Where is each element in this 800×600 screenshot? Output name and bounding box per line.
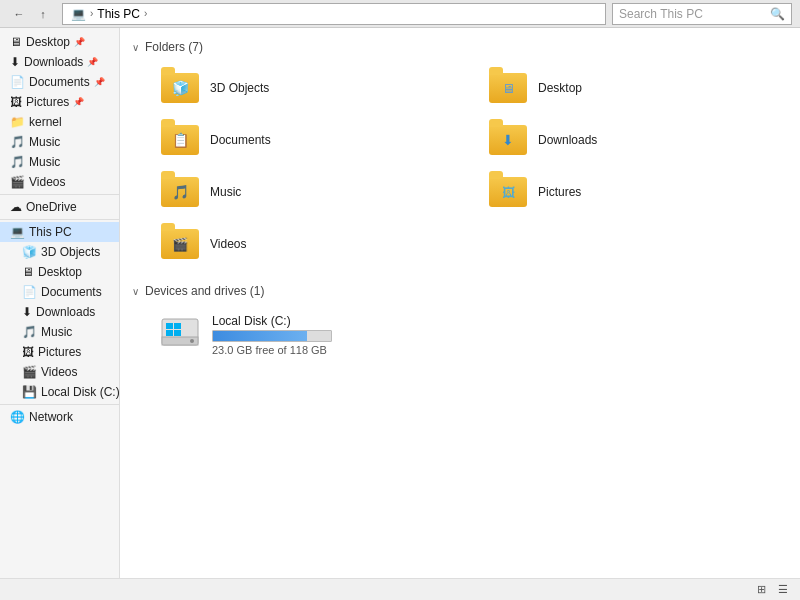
folders-grid: 🧊 3D Objects 🖥 Desktop 📋: [132, 64, 788, 268]
sidebar-item-downloads2[interactable]: ⬇ Downloads: [0, 302, 119, 322]
sidebar-item-videos2[interactable]: 🎬 Videos: [0, 362, 119, 382]
pin-icon: 📌: [94, 77, 105, 87]
sidebar-label: This PC: [29, 225, 72, 239]
address-bar[interactable]: 💻 › This PC ›: [62, 3, 606, 25]
folder-label-3dobjects: 3D Objects: [210, 81, 269, 95]
sidebar-item-downloads[interactable]: ⬇ Downloads 📌: [0, 52, 119, 72]
sidebar-item-music3[interactable]: 🎵 Music: [0, 322, 119, 342]
pin-icon: 📌: [73, 97, 84, 107]
folder-icon: 🎵: [10, 155, 25, 169]
drive-bar-fill: [213, 331, 307, 341]
title-bar: ← ↑ 💻 › This PC › Search This PC 🔍: [0, 0, 800, 28]
pin-icon: 📌: [74, 37, 85, 47]
folder-icon: 🖼: [22, 345, 34, 359]
folder-item-downloads[interactable]: ⬇ Downloads: [480, 116, 788, 164]
sidebar-label: Music: [29, 155, 60, 169]
devices-chevron: ∨: [132, 286, 139, 297]
folder-label-videos: Videos: [210, 237, 246, 251]
folder-icon: 🎵: [10, 135, 25, 149]
folder-label-downloads: Downloads: [538, 133, 597, 147]
folder-label-pictures: Pictures: [538, 185, 581, 199]
folder-icon-videos: 🎬: [160, 226, 200, 262]
search-icon: 🔍: [770, 7, 785, 21]
folder-item-desktop[interactable]: 🖥 Desktop: [480, 64, 788, 112]
folder-item-videos[interactable]: 🎬 Videos: [152, 220, 460, 268]
folder-icon: 🧊: [22, 245, 37, 259]
back-button[interactable]: ←: [8, 3, 30, 25]
folder-icon: 🖼: [10, 95, 22, 109]
search-bar[interactable]: Search This PC 🔍: [612, 3, 792, 25]
folder-icon-desktop: 🖥: [488, 70, 528, 106]
folder-label-desktop: Desktop: [538, 81, 582, 95]
sidebar-item-localdisk[interactable]: 💾 Local Disk (C:): [0, 382, 119, 402]
pin-icon: 📌: [87, 57, 98, 67]
folder-label-music: Music: [210, 185, 241, 199]
devices-section-label: Devices and drives (1): [145, 284, 264, 298]
folder-icon: 🎵: [22, 325, 37, 339]
grid-view-button[interactable]: ⊞: [752, 581, 770, 599]
sidebar-item-videos[interactable]: 🎬 Videos: [0, 172, 119, 192]
sidebar-label: Documents: [41, 285, 102, 299]
sidebar-item-this-pc[interactable]: 💻 This PC: [0, 222, 119, 242]
folder-icon: 📁: [10, 115, 25, 129]
folder-icon-3dobjects: 🧊: [160, 70, 200, 106]
sidebar-item-pictures2[interactable]: 🖼 Pictures: [0, 342, 119, 362]
folder-icon: ⬇: [22, 305, 32, 319]
folder-icon: ⬇: [10, 55, 20, 69]
drive-item-c[interactable]: Local Disk (C:) 23.0 GB free of 118 GB: [152, 308, 788, 362]
sidebar-item-desktop[interactable]: 🖥 Desktop 📌: [0, 32, 119, 52]
sidebar-item-onedrive[interactable]: ☁ OneDrive: [0, 197, 119, 217]
sidebar-label: Music: [41, 325, 72, 339]
folder-icon: 📄: [10, 75, 25, 89]
sidebar-label: Downloads: [36, 305, 95, 319]
folder-item-3dobjects[interactable]: 🧊 3D Objects: [152, 64, 460, 112]
sidebar-label: Documents: [29, 75, 90, 89]
folder-item-documents[interactable]: 📋 Documents: [152, 116, 460, 164]
drive-icon: 💻: [71, 7, 86, 21]
folders-chevron: ∨: [132, 42, 139, 53]
folder-icon-music: 🎵: [160, 174, 200, 210]
address-chevron: ›: [90, 8, 93, 19]
sidebar-label: Music: [29, 135, 60, 149]
sidebar-item-documents[interactable]: 📄 Documents 📌: [0, 72, 119, 92]
sidebar-label: Videos: [29, 175, 65, 189]
list-view-button[interactable]: ☰: [774, 581, 792, 599]
status-bar: ⊞ ☰: [0, 578, 800, 600]
sidebar-label: Desktop: [38, 265, 82, 279]
sidebar-item-desktop2[interactable]: 🖥 Desktop: [0, 262, 119, 282]
folder-item-music[interactable]: 🎵 Music: [152, 168, 460, 216]
sidebar-label: kernel: [29, 115, 62, 129]
sidebar: 🖥 Desktop 📌 ⬇ Downloads 📌 📄 Documents 📌 …: [0, 28, 120, 578]
sidebar-item-music2[interactable]: 🎵 Music: [0, 152, 119, 172]
drive-icon: 💾: [22, 385, 37, 399]
folder-icon: 🖥: [22, 265, 34, 279]
devices-section-header[interactable]: ∨ Devices and drives (1): [132, 284, 788, 298]
svg-rect-5: [174, 330, 181, 336]
address-text: This PC: [97, 7, 140, 21]
folder-item-pictures[interactable]: 🖼 Pictures: [480, 168, 788, 216]
svg-rect-2: [166, 323, 173, 329]
search-placeholder: Search This PC: [619, 7, 703, 21]
folder-icon-downloads: ⬇: [488, 122, 528, 158]
folders-section-header[interactable]: ∨ Folders (7): [132, 40, 788, 54]
pc-icon: 💻: [10, 225, 25, 239]
sidebar-item-pictures[interactable]: 🖼 Pictures 📌: [0, 92, 119, 112]
sidebar-item-documents2[interactable]: 📄 Documents: [0, 282, 119, 302]
devices-area: Local Disk (C:) 23.0 GB free of 118 GB: [132, 308, 788, 362]
sidebar-item-3dobjects[interactable]: 🧊 3D Objects: [0, 242, 119, 262]
sidebar-label: Pictures: [38, 345, 81, 359]
sidebar-item-kernel[interactable]: 📁 kernel: [0, 112, 119, 132]
drive-name: Local Disk (C:): [212, 314, 291, 328]
svg-rect-4: [166, 330, 173, 336]
folder-label-documents: Documents: [210, 133, 271, 147]
drive-icon-c: [160, 317, 200, 353]
sidebar-label: OneDrive: [26, 200, 77, 214]
drive-details: Local Disk (C:) 23.0 GB free of 118 GB: [212, 314, 332, 356]
network-icon: 🌐: [10, 410, 25, 424]
sidebar-label: Videos: [41, 365, 77, 379]
sidebar-item-music[interactable]: 🎵 Music: [0, 132, 119, 152]
up-button[interactable]: ↑: [32, 3, 54, 25]
drive-info: 23.0 GB free of 118 GB: [212, 344, 327, 356]
address-chevron2: ›: [144, 8, 147, 19]
sidebar-item-network[interactable]: 🌐 Network: [0, 407, 119, 427]
